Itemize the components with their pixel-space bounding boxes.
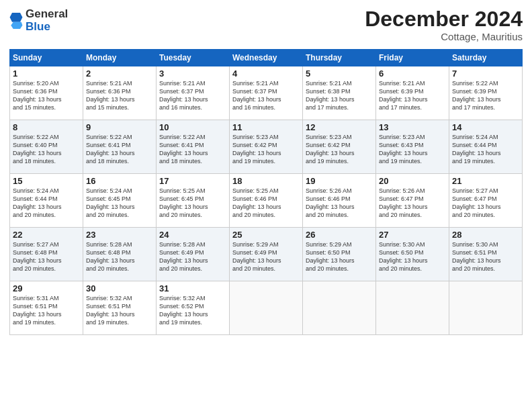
day-number: 2 [86, 68, 153, 79]
cell-info: Sunrise: 5:26 AMSunset: 6:47 PMDaylight:… [379, 187, 446, 220]
cell-info: Sunrise: 5:31 AMSunset: 6:51 PMDaylight:… [13, 294, 80, 327]
calendar-cell: 20Sunrise: 5:26 AMSunset: 6:47 PMDayligh… [376, 174, 449, 228]
cell-info: Sunrise: 5:22 AMSunset: 6:39 PMDaylight:… [452, 79, 519, 112]
calendar-cell: 19Sunrise: 5:26 AMSunset: 6:46 PMDayligh… [303, 174, 376, 228]
day-number: 10 [159, 122, 226, 132]
logo: General Blue [9, 8, 68, 33]
day-number: 18 [232, 176, 300, 186]
day-number: 22 [13, 230, 80, 240]
cell-info: Sunrise: 5:20 AMSunset: 6:36 PMDaylight:… [13, 79, 80, 112]
calendar-cell: 7Sunrise: 5:22 AMSunset: 6:39 PMDaylight… [449, 66, 523, 120]
cell-info: Sunrise: 5:25 AMSunset: 6:45 PMDaylight:… [159, 187, 226, 220]
day-number: 25 [232, 230, 300, 240]
cell-info: Sunrise: 5:29 AMSunset: 6:49 PMDaylight:… [232, 240, 300, 273]
calendar-cell: 3Sunrise: 5:21 AMSunset: 6:37 PMDaylight… [157, 66, 230, 120]
calendar-cell: 25Sunrise: 5:29 AMSunset: 6:49 PMDayligh… [230, 228, 303, 281]
calendar-cell: 13Sunrise: 5:23 AMSunset: 6:43 PMDayligh… [376, 120, 449, 174]
day-number: 31 [159, 283, 226, 293]
cell-info: Sunrise: 5:27 AMSunset: 6:48 PMDaylight:… [13, 240, 80, 273]
calendar-cell [230, 281, 303, 335]
cell-info: Sunrise: 5:24 AMSunset: 6:45 PMDaylight:… [86, 187, 153, 220]
day-number: 14 [452, 122, 519, 132]
calendar-cell: 28Sunrise: 5:30 AMSunset: 6:51 PMDayligh… [449, 228, 523, 281]
day-number: 11 [232, 122, 300, 132]
weekday-header-row: SundayMondayTuesdayWednesdayThursdayFrid… [10, 50, 523, 66]
calendar-cell [449, 281, 523, 335]
day-number: 12 [306, 122, 373, 132]
weekday-wednesday: Wednesday [230, 50, 303, 66]
cell-info: Sunrise: 5:28 AMSunset: 6:48 PMDaylight:… [86, 240, 153, 273]
cell-info: Sunrise: 5:21 AMSunset: 6:38 PMDaylight:… [306, 79, 373, 112]
day-number: 23 [86, 230, 153, 240]
calendar-cell: 11Sunrise: 5:23 AMSunset: 6:42 PMDayligh… [230, 120, 303, 174]
weekday-monday: Monday [83, 50, 157, 66]
cell-info: Sunrise: 5:23 AMSunset: 6:43 PMDaylight:… [379, 133, 446, 166]
day-number: 24 [159, 230, 226, 240]
calendar-cell: 4Sunrise: 5:21 AMSunset: 6:37 PMDaylight… [230, 66, 303, 120]
calendar-cell: 8Sunrise: 5:22 AMSunset: 6:40 PMDaylight… [10, 120, 83, 174]
cell-info: Sunrise: 5:30 AMSunset: 6:50 PMDaylight:… [379, 240, 446, 273]
cell-info: Sunrise: 5:21 AMSunset: 6:39 PMDaylight:… [379, 79, 446, 112]
calendar-cell: 22Sunrise: 5:27 AMSunset: 6:48 PMDayligh… [10, 228, 83, 281]
month-title: December 2024 [365, 8, 523, 30]
calendar-cell: 6Sunrise: 5:21 AMSunset: 6:39 PMDaylight… [376, 66, 449, 120]
cell-info: Sunrise: 5:22 AMSunset: 6:41 PMDaylight:… [86, 133, 153, 166]
day-number: 15 [13, 176, 80, 186]
calendar-cell: 12Sunrise: 5:23 AMSunset: 6:42 PMDayligh… [303, 120, 376, 174]
cell-info: Sunrise: 5:23 AMSunset: 6:42 PMDaylight:… [232, 133, 300, 166]
cell-info: Sunrise: 5:24 AMSunset: 6:44 PMDaylight:… [13, 187, 80, 220]
day-number: 27 [379, 230, 446, 240]
day-number: 8 [13, 122, 80, 132]
logo-blue-text: Blue [26, 20, 50, 33]
weekday-saturday: Saturday [449, 50, 523, 66]
calendar-cell: 21Sunrise: 5:27 AMSunset: 6:47 PMDayligh… [449, 174, 523, 228]
cell-info: Sunrise: 5:21 AMSunset: 6:36 PMDaylight:… [86, 79, 153, 112]
calendar-cell [376, 281, 449, 335]
calendar-cell [303, 281, 376, 335]
svg-marker-1 [11, 21, 22, 28]
day-number: 3 [159, 68, 226, 79]
cell-info: Sunrise: 5:21 AMSunset: 6:37 PMDaylight:… [232, 79, 300, 112]
cell-info: Sunrise: 5:29 AMSunset: 6:50 PMDaylight:… [306, 240, 373, 273]
day-number: 7 [452, 68, 519, 79]
calendar-cell: 2Sunrise: 5:21 AMSunset: 6:36 PMDaylight… [83, 66, 157, 120]
cell-info: Sunrise: 5:22 AMSunset: 6:40 PMDaylight:… [13, 133, 80, 166]
day-number: 26 [306, 230, 373, 240]
cell-info: Sunrise: 5:27 AMSunset: 6:47 PMDaylight:… [452, 187, 519, 220]
day-number: 4 [232, 68, 300, 79]
calendar-cell: 30Sunrise: 5:32 AMSunset: 6:51 PMDayligh… [83, 281, 157, 335]
title-block: December 2024 Cottage, Mauritius [365, 8, 523, 42]
calendar-table: SundayMondayTuesdayWednesdayThursdayFrid… [9, 49, 523, 335]
cell-info: Sunrise: 5:22 AMSunset: 6:41 PMDaylight:… [159, 133, 226, 166]
day-number: 19 [306, 176, 373, 186]
calendar-cell: 15Sunrise: 5:24 AMSunset: 6:44 PMDayligh… [10, 174, 83, 228]
weekday-friday: Friday [376, 50, 449, 66]
week-row-4: 22Sunrise: 5:27 AMSunset: 6:48 PMDayligh… [10, 228, 523, 281]
day-number: 13 [379, 122, 446, 132]
day-number: 5 [306, 68, 373, 79]
calendar-cell: 9Sunrise: 5:22 AMSunset: 6:41 PMDaylight… [83, 120, 157, 174]
day-number: 6 [379, 68, 446, 79]
calendar-cell: 14Sunrise: 5:24 AMSunset: 6:44 PMDayligh… [449, 120, 523, 174]
svg-marker-0 [10, 13, 23, 22]
header: General Blue December 2024 Cottage, Maur… [9, 8, 523, 42]
day-number: 17 [159, 176, 226, 186]
location-title: Cottage, Mauritius [365, 31, 523, 42]
calendar-cell: 23Sunrise: 5:28 AMSunset: 6:48 PMDayligh… [83, 228, 157, 281]
day-number: 28 [452, 230, 519, 240]
weekday-tuesday: Tuesday [157, 50, 230, 66]
cell-info: Sunrise: 5:32 AMSunset: 6:52 PMDaylight:… [159, 294, 226, 327]
cell-info: Sunrise: 5:28 AMSunset: 6:49 PMDaylight:… [159, 240, 226, 273]
day-number: 20 [379, 176, 446, 186]
cell-info: Sunrise: 5:24 AMSunset: 6:44 PMDaylight:… [452, 133, 519, 166]
cell-info: Sunrise: 5:32 AMSunset: 6:51 PMDaylight:… [86, 294, 153, 327]
calendar-cell: 24Sunrise: 5:28 AMSunset: 6:49 PMDayligh… [157, 228, 230, 281]
week-row-3: 15Sunrise: 5:24 AMSunset: 6:44 PMDayligh… [10, 174, 523, 228]
calendar-cell: 5Sunrise: 5:21 AMSunset: 6:38 PMDaylight… [303, 66, 376, 120]
calendar-cell: 31Sunrise: 5:32 AMSunset: 6:52 PMDayligh… [157, 281, 230, 335]
cell-info: Sunrise: 5:21 AMSunset: 6:37 PMDaylight:… [159, 79, 226, 112]
calendar-body: 1Sunrise: 5:20 AMSunset: 6:36 PMDaylight… [10, 66, 523, 335]
day-number: 30 [86, 283, 153, 293]
calendar-cell: 27Sunrise: 5:30 AMSunset: 6:50 PMDayligh… [376, 228, 449, 281]
day-number: 9 [86, 122, 153, 132]
